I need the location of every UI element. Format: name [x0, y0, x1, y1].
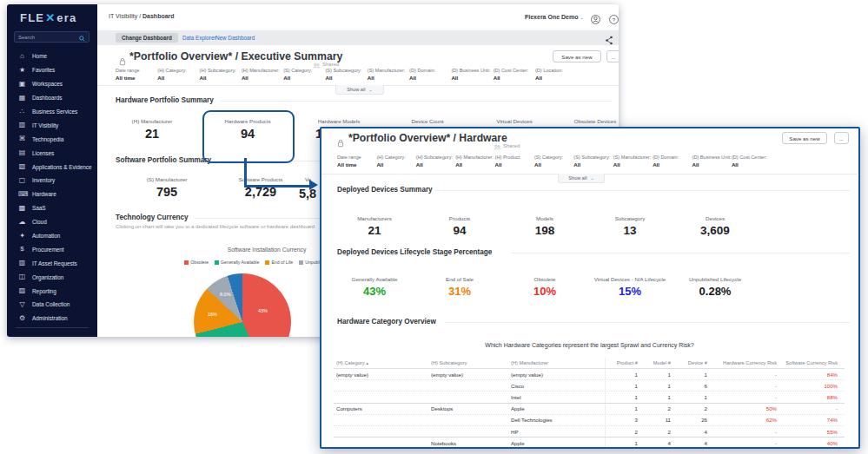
save-as-new-button[interactable]: Save as new: [782, 132, 827, 144]
reporting-icon: ▨: [18, 287, 26, 294]
sidebar-item-workspaces[interactable]: ▣Workspaces: [7, 77, 97, 91]
filter-h-category[interactable]: (H) Category:All: [376, 155, 415, 168]
filter-d-business-unit[interactable]: (D) Business Unit:All: [692, 155, 732, 168]
stat-virtual-devices-na: Virtual Devices - N/A Lifecycle15%: [587, 269, 673, 298]
legend-swatch: [215, 260, 219, 265]
lock-icon: [337, 135, 344, 151]
software-currency-pie[interactable]: 43% 16% 8.0%: [194, 273, 291, 337]
filter-h-manufacturer[interactable]: (H) Manufacturer:All: [455, 155, 494, 168]
section-divider: [511, 253, 850, 253]
filter-h-subcategory[interactable]: (H) Subcategory:All: [200, 68, 242, 81]
workspaces-icon: ▣: [18, 81, 26, 88]
filter-h-category[interactable]: (H) Category:All: [157, 68, 199, 81]
tab-new-dashboard[interactable]: New Dashboard: [215, 35, 255, 41]
sidebar-item-favorites[interactable]: ★Favorites: [7, 63, 97, 77]
filter-d-domain[interactable]: (D) Domain:All: [409, 68, 451, 81]
sidebar-nav: ⌂Home ★Favorites ▣Workspaces ▦Dashboards…: [7, 49, 97, 326]
help-icon[interactable]: ?: [609, 12, 619, 22]
col-header-device-count[interactable]: Device #: [671, 360, 707, 365]
share-icon[interactable]: [605, 33, 613, 49]
sort-asc-icon: ▲: [366, 361, 369, 365]
account-menu[interactable]: Flexera One Demo⌄: [525, 14, 584, 20]
section-title-lifecycle: Deployed Devices Lifecycle Stage Percent…: [337, 248, 492, 256]
sidebar-item-it-visibility[interactable]: ▥IT Visibility: [7, 118, 97, 132]
sidebar-item-home[interactable]: ⌂Home: [7, 49, 97, 63]
filter-d-business-unit[interactable]: (D) Business Unit:All: [451, 68, 493, 81]
sidebar-item-licenses[interactable]: ▤Licenses: [7, 146, 97, 160]
stat-s-manufacturer: (S) Manufacturer795: [119, 176, 215, 199]
sidebar-item-reporting[interactable]: ▨Reporting: [7, 284, 97, 298]
svg-text:?: ?: [613, 17, 616, 23]
sidebar: FLE✕era Search ⌂Home ★Favorites ▣Workspa…: [7, 4, 97, 337]
sidebar-item-procurement[interactable]: $Procurement: [7, 242, 97, 256]
filter-d-cost-center[interactable]: (D) Cost Center:All: [732, 155, 771, 168]
hardware-icon: ⌨: [18, 191, 26, 198]
sidebar-item-dashboards[interactable]: ▦Dashboards: [7, 91, 97, 105]
flexera-x-icon: ✕: [44, 11, 56, 24]
section-title-technology-currency: Technology Currency: [116, 214, 189, 221]
col-header-product-count[interactable]: Product #: [605, 358, 638, 368]
sidebar-item-organization[interactable]: ◫Organization: [7, 270, 97, 284]
show-all-button[interactable]: Show all⌄: [558, 174, 605, 183]
sidebar-item-applications-evidence[interactable]: ▧Applications & Evidence: [7, 160, 97, 174]
filter-d-domain[interactable]: (D) Domain:All: [653, 155, 692, 168]
table-row: NotebooksApple144-40%: [334, 438, 845, 449]
col-header-hw-currency-risk[interactable]: Hardware Currency Risk: [707, 360, 777, 365]
legend-swatch: [299, 260, 303, 265]
col-header-category[interactable]: (H) Category▲: [334, 360, 431, 365]
col-header-sw-currency-risk[interactable]: Software Currency Risk: [777, 360, 840, 365]
col-header-model-count[interactable]: Model #: [638, 360, 671, 365]
it-visibility-icon: ▥: [18, 122, 26, 128]
saas-icon: ▩: [18, 205, 26, 212]
filter-s-category[interactable]: (S) Category:All: [534, 155, 573, 168]
sidebar-item-cloud[interactable]: ☁Cloud: [7, 215, 97, 229]
save-as-new-button[interactable]: Save as new: [553, 50, 601, 63]
filter-s-manufacturer[interactable]: (S) Manufacturer:All: [613, 155, 653, 168]
pie-label-unpublished: 8.0%: [220, 292, 231, 297]
table-question: Which Hardware Categories represent the …: [321, 342, 858, 348]
more-options-button[interactable]: ...: [834, 132, 849, 144]
star-icon: ★: [18, 67, 26, 74]
sidebar-item-hardware[interactable]: ⌨Hardware: [7, 188, 97, 201]
stat-h-manufacturer: (H) Manufacturer21: [104, 118, 200, 141]
filter-s-manufacturer[interactable]: (S) Manufacturer:All: [368, 68, 409, 81]
filter-d-location[interactable]: (D) Location:All: [535, 68, 577, 81]
sidebar-item-data-collection[interactable]: ▽Data Collection: [7, 298, 97, 312]
page-title: *Portfolio Overview* / Hardware: [348, 132, 507, 144]
filter-s-subcategory[interactable]: (S) Subcategory:All: [325, 68, 367, 81]
sidebar-item-business-services[interactable]: ∴Business Services: [7, 105, 97, 119]
people-icon: [494, 138, 500, 154]
change-dashboard-button[interactable]: Change Dashboard: [116, 33, 178, 43]
sidebar-item-saas[interactable]: ▩SaaS: [7, 201, 97, 215]
sidebar-item-automation[interactable]: ✦Automation: [7, 229, 97, 243]
technopedia-icon: ⌘: [18, 135, 26, 142]
filter-s-subcategory[interactable]: (S) Subcategory:All: [573, 155, 613, 168]
legend-item-end-of-life: End of Life: [265, 260, 293, 265]
sidebar-item-technopedia[interactable]: ⌘Technopedia: [7, 132, 97, 146]
table-row: (empty value)(empty value)(empty value)1…: [334, 369, 845, 380]
show-all-button[interactable]: Show all⌄: [335, 85, 384, 95]
filter-h-product[interactable]: (H) Product:All: [495, 155, 534, 168]
search-input[interactable]: Search: [14, 31, 89, 43]
tab-data-explorer[interactable]: Data Explorer: [182, 35, 216, 41]
procurement-icon: $: [18, 246, 26, 253]
sidebar-item-inventory[interactable]: ▢Inventory: [7, 174, 97, 188]
filter-date-range[interactable]: Date rangeAll time: [337, 155, 376, 168]
table-row: ComputersDesktopsApple12250%-: [334, 404, 845, 415]
user-icon[interactable]: [591, 12, 600, 22]
filter-h-subcategory[interactable]: (H) Subcategory:All: [416, 155, 455, 168]
filter-h-manufacturer[interactable]: (H) Manufacturer:All: [242, 68, 283, 81]
section-title-category-overview: Hardware Category Overview: [337, 318, 436, 326]
filter-d-cost-center[interactable]: (D) Cost Center:All: [494, 68, 535, 81]
col-header-subcategory[interactable]: (H) Subcategory: [431, 360, 511, 365]
table-row: Intel111-88%: [334, 391, 845, 403]
sidebar-item-it-asset-requests[interactable]: ▥IT Asset Requests: [7, 256, 97, 270]
filter-date-range[interactable]: Date rangeAll time: [116, 68, 157, 81]
sidebar-item-administration[interactable]: ⚙Administration: [7, 312, 97, 326]
col-header-manufacturer[interactable]: (H) Manufacturer: [511, 360, 605, 365]
filter-s-category[interactable]: (S) Category:All: [283, 68, 325, 81]
legend-swatch: [184, 260, 189, 265]
cloud-icon: ☁: [18, 219, 26, 226]
table-row: Cisco116-100%: [334, 380, 845, 391]
more-options-button[interactable]: ...: [606, 50, 619, 63]
